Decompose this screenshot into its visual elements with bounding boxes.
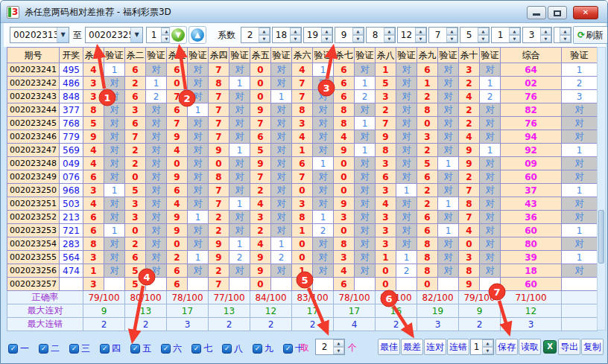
spin-up-icon[interactable]: ▲ — [259, 28, 270, 35]
checkbox-checked-icon[interactable]: ✓ — [191, 344, 201, 354]
maximize-button[interactable] — [548, 6, 567, 19]
coefficient-spinner-8[interactable]: 5▲▼ — [460, 27, 490, 43]
best-button[interactable]: 最佳 — [378, 339, 400, 355]
take-count-spinner[interactable]: 2 ▲▼ — [315, 339, 345, 355]
minimize-button[interactable] — [527, 6, 546, 19]
composite-cell: 60 — [501, 278, 562, 291]
title-bar[interactable]: 3 杀任意两码相对差推荐 - 福利彩票3D ✕ — [1, 1, 608, 23]
excel-export-button[interactable]: X — [543, 340, 557, 354]
checkbox-checked-icon[interactable]: ✓ — [130, 344, 140, 354]
kill-checkbox-3[interactable]: ✓三 — [69, 342, 90, 355]
period-to-combobox[interactable]: 002023256 ▼ — [85, 27, 143, 43]
kill-checkbox-2[interactable]: ✓二 — [39, 342, 60, 355]
accuracy-row-value: 83/100 — [292, 291, 334, 304]
vertical-scrollbar[interactable] — [597, 47, 606, 331]
streak-miss-button[interactable]: 连错 — [447, 339, 469, 355]
coefficient-spinner-3[interactable]: 19▲▼ — [303, 27, 333, 43]
spin-down-icon[interactable]: ▼ — [509, 35, 520, 42]
verify-cell: 对 — [480, 251, 501, 264]
load-button[interactable]: 读取 — [519, 339, 541, 355]
checkbox-checked-icon[interactable]: ✓ — [100, 344, 110, 354]
kill-cell: 4 — [292, 130, 313, 144]
coefficient-value: 12 — [398, 28, 415, 42]
save-button[interactable]: 保存 — [495, 339, 518, 355]
close-button[interactable]: ✕ — [573, 6, 598, 19]
coefficient-spinner-2[interactable]: 18▲▼ — [272, 27, 302, 43]
period-from-combobox[interactable]: 002023137 ▼ — [10, 27, 69, 43]
checkbox-checked-icon[interactable]: ✓ — [69, 344, 79, 354]
spin-down-icon[interactable]: ▼ — [415, 35, 426, 42]
spin-up-icon[interactable]: ▲ — [482, 339, 493, 347]
checkbox-checked-icon[interactable]: ✓ — [8, 344, 18, 354]
kill-cell: 3 — [125, 103, 146, 117]
spin-down-icon[interactable]: ▼ — [482, 347, 493, 354]
draw-cell — [60, 278, 83, 291]
worst-button[interactable]: 最差 — [401, 339, 423, 355]
spin-down-icon[interactable]: ▼ — [259, 35, 270, 42]
spin-up-icon[interactable]: ▲ — [446, 28, 457, 35]
spin-down-icon[interactable]: ▼ — [540, 35, 551, 42]
spin-down-icon[interactable]: ▼ — [321, 35, 332, 42]
period-cell: 002023253 — [7, 224, 60, 237]
kill-cell: 0 — [334, 157, 355, 170]
prev-button[interactable]: ▼ — [169, 26, 187, 44]
coefficient-spinner-10[interactable]: 3▲▼ — [522, 27, 552, 43]
kill-checkbox-6[interactable]: ✓六 — [161, 342, 182, 355]
kill-checkbox-9[interactable]: ✓九 — [253, 342, 273, 355]
refresh-button[interactable]: ⟳刷新 — [573, 26, 608, 44]
spin-up-icon[interactable]: ▲ — [478, 28, 489, 35]
verify-cell: 对 — [229, 117, 250, 130]
spin-up-icon[interactable]: ▲ — [352, 28, 364, 35]
spin-down-icon[interactable]: ▼ — [560, 35, 571, 42]
spin-up-icon[interactable]: ▲ — [290, 28, 301, 35]
kill-cell: 2 — [125, 157, 146, 170]
kill-checkbox-8[interactable]: ✓八 — [222, 342, 243, 355]
refresh-icon: ⟳ — [577, 30, 585, 40]
draw-cell: 076 — [60, 170, 83, 184]
scrollbar-thumb[interactable] — [598, 210, 604, 264]
table-row: 0020232542838对2对0对91410对8对3对8对0对80对 — [7, 237, 598, 251]
kill-cell: 8 — [417, 237, 438, 251]
spin-down-icon[interactable]: ▼ — [333, 347, 344, 354]
coefficient-spinner-6[interactable]: 12▲▼ — [397, 27, 427, 43]
spin-up-icon[interactable]: ▲ — [560, 28, 571, 35]
spin-up-icon[interactable]: ▲ — [321, 28, 332, 35]
next-button[interactable]: ▲ — [189, 26, 206, 44]
spin-down-icon[interactable]: ▼ — [478, 35, 489, 42]
spin-up-icon[interactable]: ▲ — [540, 28, 551, 35]
coefficient-spinner-9[interactable]: 1▲▼ — [491, 27, 521, 43]
copy-button[interactable]: 复制 — [581, 339, 604, 355]
spin-down-icon[interactable]: ▼ — [446, 35, 457, 42]
coefficient-spinner-5[interactable]: 8▲▼ — [366, 27, 396, 43]
coefficient-spinner-11[interactable]: ▲▼ — [554, 27, 571, 43]
coefficient-spinner-1[interactable]: 2▲▼ — [241, 27, 270, 43]
coefficient-spinner-7[interactable]: 7▲▼ — [428, 27, 458, 43]
export-button[interactable]: 导出 — [558, 339, 580, 355]
spin-up-icon[interactable]: ▲ — [333, 339, 344, 347]
dropdown-arrow-icon[interactable]: ▼ — [57, 28, 69, 42]
kill-checkbox-4[interactable]: ✓四 — [100, 342, 121, 355]
checkbox-checked-icon[interactable]: ✓ — [253, 344, 262, 354]
checkbox-checked-icon[interactable]: ✓ — [161, 344, 171, 354]
coefficient-spinner-4[interactable]: 9▲▼ — [335, 27, 364, 43]
verify-cell: 对 — [146, 63, 167, 77]
spin-down-icon[interactable]: ▼ — [352, 35, 364, 42]
spin-up-icon[interactable]: ▲ — [415, 28, 426, 35]
kill-checkbox-1[interactable]: ✓一 — [8, 342, 29, 355]
verify-cell: 对 — [355, 211, 376, 224]
kill-cell: 1 — [83, 264, 104, 278]
group-count-spinner[interactable]: 1 ▲▼ — [470, 339, 494, 355]
streak-hit-button[interactable]: 连对 — [424, 339, 446, 355]
checkbox-checked-icon[interactable]: ✓ — [283, 344, 293, 354]
spin-down-icon[interactable]: ▼ — [384, 35, 395, 42]
dropdown-arrow-icon[interactable]: ▼ — [130, 28, 142, 42]
spin-down-icon[interactable]: ▼ — [290, 35, 301, 42]
spin-up-icon[interactable]: ▲ — [509, 28, 520, 35]
kill-checkbox-7[interactable]: ✓七 — [191, 342, 212, 355]
checkbox-checked-icon[interactable]: ✓ — [39, 344, 48, 354]
max-streak-row-value: 12 — [250, 304, 292, 318]
draw-cell: 474 — [60, 264, 83, 278]
checkbox-checked-icon[interactable]: ✓ — [222, 344, 232, 354]
spin-up-icon[interactable]: ▲ — [384, 28, 395, 35]
kill-checkbox-5[interactable]: ✓五 — [130, 342, 151, 355]
